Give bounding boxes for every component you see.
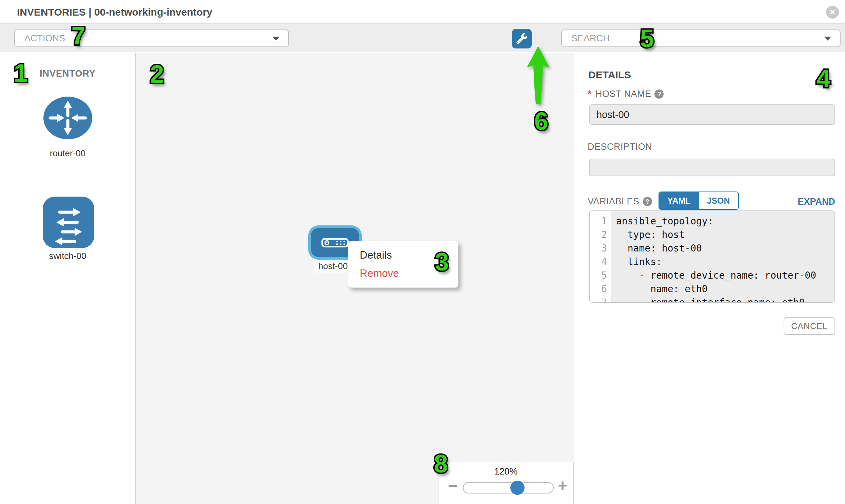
zoom-in-button[interactable]: +	[558, 478, 567, 493]
line-number: 2	[590, 228, 607, 242]
annotation-3: 3	[435, 250, 448, 274]
code-line: links:	[616, 255, 834, 269]
annotation-1: 1	[14, 61, 28, 86]
page-header: INVENTORIES | 00-networking-inventory ✕	[0, 0, 845, 24]
variables-field-row: VARIABLES ?	[588, 196, 652, 206]
annotation-2: 2	[150, 62, 164, 87]
actions-dropdown-label: ACTIONS	[24, 30, 65, 47]
description-field-row: DESCRIPTION	[588, 142, 652, 152]
actions-dropdown[interactable]: ACTIONS	[14, 30, 289, 47]
close-button[interactable]: ✕	[826, 6, 839, 19]
sidebar-item-router-label: router-00	[0, 148, 135, 159]
page-title: INVENTORIES | 00-networking-inventory	[17, 0, 212, 24]
cancel-button[interactable]: CANCEL	[784, 317, 835, 335]
variables-format-toggle: YAML JSON	[658, 192, 739, 210]
zoom-level-value: 120%	[438, 466, 574, 477]
inventory-sidebar: INVENTORY router-00	[0, 53, 136, 504]
host-icon	[321, 238, 349, 248]
host-node-label: host-00	[315, 260, 351, 272]
line-number: 5	[590, 269, 607, 282]
sidebar-item-switch[interactable]	[43, 197, 94, 248]
annotation-7: 7	[71, 23, 85, 49]
code-line: name: eth0	[616, 282, 834, 296]
annotation-4: 4	[816, 66, 830, 91]
line-number: 6	[590, 282, 607, 296]
description-input[interactable]	[589, 159, 835, 176]
details-panel-title: DETAILS	[588, 69, 631, 81]
networking-inventory-topology-app: INVENTORIES | 00-networking-inventory ✕ …	[0, 0, 845, 504]
zoom-control: 120% − +	[438, 462, 574, 504]
caret-down-icon	[824, 37, 831, 41]
help-icon[interactable]: ?	[643, 197, 652, 206]
line-number: 4	[590, 255, 607, 269]
toolbox-button[interactable]	[512, 29, 532, 49]
variables-code-editor[interactable]: 1 2 3 4 5 6 7 ansible_topology: type: ho…	[589, 211, 835, 303]
code-line: remote_interface_name: eth0	[616, 296, 834, 303]
annotation-8: 8	[434, 451, 447, 476]
search-dropdown[interactable]: SEARCH	[561, 30, 841, 47]
annotation-5: 5	[640, 26, 654, 51]
line-number: 3	[590, 242, 607, 255]
line-number: 1	[590, 215, 607, 228]
host-name-label: HOST NAME	[595, 89, 651, 99]
annotation-arrow-up	[525, 46, 551, 106]
zoom-slider-thumb[interactable]	[510, 481, 525, 495]
editor-line-numbers: 1 2 3 4 5 6 7	[590, 211, 611, 302]
code-line: ansible_topology:	[616, 215, 834, 228]
expand-link[interactable]: EXPAND	[797, 197, 835, 207]
code-line: name: host-00	[616, 242, 834, 255]
topology-canvas[interactable]: host-00 Details Remove 120% − +	[136, 53, 574, 504]
editor-code-area[interactable]: ansible_topology: type: host name: host-…	[611, 211, 834, 302]
router-icon	[43, 96, 92, 139]
json-toggle-button[interactable]: JSON	[699, 192, 738, 209]
close-icon: ✕	[829, 8, 835, 16]
details-panel: DETAILS * HOST NAME ? DESCRIPTION VARIAB…	[575, 53, 845, 504]
search-dropdown-label: SEARCH	[571, 30, 610, 47]
zoom-slider-track[interactable]	[463, 482, 554, 493]
caret-down-icon	[272, 37, 279, 41]
required-marker: *	[588, 88, 592, 99]
switch-icon	[43, 197, 94, 248]
help-icon[interactable]: ?	[654, 89, 664, 98]
code-line: - remote_device_name: router-00	[616, 269, 834, 282]
variables-label: VARIABLES	[588, 196, 639, 207]
wrench-icon	[516, 33, 527, 44]
sidebar-item-router[interactable]	[43, 96, 92, 139]
annotation-6: 6	[534, 109, 548, 134]
description-label: DESCRIPTION	[588, 142, 652, 152]
line-number: 7	[590, 296, 607, 303]
host-name-input[interactable]	[589, 104, 835, 125]
host-name-field-row: * HOST NAME ?	[588, 89, 664, 99]
sidebar-item-switch-label: switch-00	[0, 251, 135, 261]
code-line: type: host	[616, 228, 834, 242]
yaml-toggle-button[interactable]: YAML	[659, 192, 699, 209]
toolbar: ACTIONS SEARCH	[0, 24, 845, 52]
zoom-out-button[interactable]: −	[448, 478, 457, 493]
